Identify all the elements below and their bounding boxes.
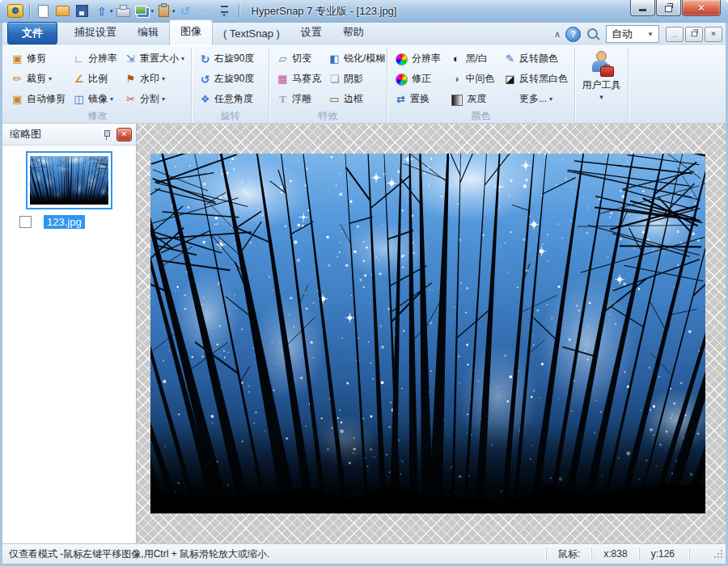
border-button[interactable]: ▭边框 (324, 89, 388, 109)
toolbar-separator (239, 4, 239, 18)
crop-icon: ▣ (11, 53, 24, 65)
send-dropdown-arrow[interactable]: ▾ (110, 8, 113, 15)
group-label-rotate: 旋转 (195, 109, 265, 123)
open-folder-icon[interactable] (53, 2, 72, 20)
invert-colors-icon: ✎ (503, 53, 517, 65)
rotate-any-angle-button[interactable]: ❖任意角度 (195, 89, 257, 109)
sharpen-blur-button[interactable]: ◧锐化/模糊 (324, 49, 388, 69)
invert-black-white-button[interactable]: ◪反转黑白色 (500, 69, 571, 89)
rotate-right-icon: ↻ (198, 53, 212, 65)
zoom-magnifier-icon[interactable] (587, 28, 598, 39)
thumbnail-panel-title: 缩略图 (10, 127, 41, 142)
thumbnail-svg (30, 156, 108, 205)
shear-icon: ▱ (276, 53, 290, 65)
tab-settings[interactable]: 设置 (290, 21, 332, 45)
resize-grip[interactable] (689, 548, 724, 560)
rotate-right-90-button[interactable]: ↻右旋90度 (195, 49, 257, 69)
ribbon-group-effects: ▱切变 ▦马赛克 T浮雕 ◧锐化/模糊 ❏阴影 ▭边框 特效 (269, 48, 387, 123)
close-button[interactable]: ✕ (682, 0, 721, 16)
tab-file[interactable]: 文件 (7, 22, 57, 44)
restore-button[interactable] (656, 0, 681, 16)
close-icon: ✕ (697, 2, 705, 14)
shadow-button[interactable]: ❏阴影 (324, 69, 388, 89)
color-correct-icon (396, 74, 408, 86)
invert-colors-button[interactable]: ✎反转颜色 (500, 49, 571, 69)
ribbon-group-modify: ▣修剪 ✏裁剪 ▣自动修剪 ∟分辨率 ∠比例 ◫镜像 ⇲重置大小 ⚑水印 ✂分割 (4, 48, 192, 123)
shear-button[interactable]: ▱切变 (273, 49, 324, 69)
tab-edit[interactable]: 编辑 (127, 21, 169, 45)
mouse-label: 鼠标: (546, 547, 591, 561)
thumbnail-item[interactable] (26, 151, 112, 209)
split-button[interactable]: ✂分割 (121, 89, 188, 109)
zoom-level-dropdown[interactable]: 自动▼ (606, 25, 659, 43)
photo-svg (150, 154, 705, 513)
tab-image[interactable]: 图像 (169, 19, 213, 45)
color-correct-button[interactable]: 修正 (391, 69, 444, 89)
midtone-button[interactable]: ◑中间色 (447, 69, 498, 89)
auto-trim-button[interactable]: ▣自动修剪 (7, 89, 69, 109)
paste-dropdown-arrow[interactable]: ▾ (172, 8, 176, 15)
more-colors-button[interactable]: 更多... (500, 89, 571, 109)
document-minimize-button[interactable]: _ (666, 27, 684, 42)
ruler-icon: ∟ (72, 53, 86, 65)
ribbon-tab-bar: 文件 捕捉设置 编辑 图像 ( TextSnap ) 设置 帮助 ∧ ? 自动▼… (2, 23, 726, 45)
title-bar: ⇧▾ ▾ ▾ ↺ ↻ ▾ HyperSnap 7 专业版 - [123.jpg]… (0, 0, 728, 23)
toolbar-separator (29, 4, 30, 18)
black-white-button[interactable]: ◐黑/白 (447, 49, 498, 69)
panel-close-button[interactable]: ✕ (116, 128, 132, 142)
color-replace-button[interactable]: ⇄置换 (391, 89, 444, 109)
rotate-left-icon: ↺ (198, 73, 212, 86)
scale-ruler-icon: ∠ (72, 73, 86, 86)
document-restore-button[interactable] (685, 27, 703, 42)
watermark-button[interactable]: ⚑水印 (121, 69, 188, 89)
hypersnap-app-icon[interactable] (6, 2, 24, 20)
resize-icon: ⇲ (124, 53, 138, 65)
tab-textsnap[interactable]: ( TextSnap ) (213, 23, 290, 45)
color-resolution-button[interactable]: 分辨率 (391, 49, 444, 69)
print-icon[interactable] (114, 2, 133, 20)
redo-icon: ↻ (196, 2, 214, 20)
grayscale-button[interactable]: 灰度 (447, 89, 498, 109)
mouse-y-value: y:126 (639, 547, 686, 561)
help-icon[interactable]: ? (565, 27, 581, 42)
paste-icon[interactable] (154, 2, 173, 20)
resolution-button[interactable]: ∟分辨率 (69, 49, 121, 69)
new-file-icon[interactable] (34, 2, 53, 20)
midtone-icon: ◑ (450, 73, 463, 86)
undo-icon[interactable]: ↺ (176, 2, 195, 20)
document-close-button[interactable]: ✕ (705, 27, 722, 42)
chevron-down-icon: ▼ (599, 94, 605, 101)
tab-capture-settings[interactable]: 捕捉设置 (64, 21, 127, 45)
minimize-button[interactable] (630, 0, 655, 16)
scale-button[interactable]: ∠比例 (69, 69, 121, 89)
ribbon: ▣修剪 ✏裁剪 ▣自动修剪 ∟分辨率 ∠比例 ◫镜像 ⇲重置大小 ⚑水印 ✂分割 (2, 45, 726, 124)
shadow-icon: ❏ (328, 73, 341, 86)
mosaic-button[interactable]: ▦马赛克 (273, 69, 324, 89)
cut-out-button[interactable]: ✏裁剪 (7, 69, 69, 89)
emboss-button[interactable]: T浮雕 (273, 89, 324, 109)
copy-dropdown-arrow[interactable]: ▾ (151, 8, 154, 15)
tab-help[interactable]: 帮助 (332, 21, 375, 45)
customize-toolbar-icon[interactable]: ▾ (215, 2, 234, 20)
copy-image-icon[interactable] (133, 2, 152, 20)
resize-button[interactable]: ⇲重置大小 (121, 49, 188, 69)
image-view[interactable] (150, 154, 705, 513)
rotate-left-90-button[interactable]: ↺左旋90度 (195, 69, 257, 89)
invert-bw-icon: ◪ (503, 73, 517, 86)
sharpen-icon: ◧ (328, 53, 341, 65)
thumbnail-checkbox[interactable] (19, 216, 32, 228)
trim-button[interactable]: ▣修剪 (7, 49, 69, 69)
black-white-icon: ◐ (450, 53, 463, 65)
mirror-button[interactable]: ◫镜像 (69, 89, 121, 109)
collapse-ribbon-icon[interactable]: ∧ (554, 29, 561, 40)
any-angle-icon: ❖ (198, 93, 212, 106)
thumbnail-filename[interactable]: 123.jpg (44, 215, 85, 229)
send-capture-icon[interactable]: ⇧ (92, 2, 111, 20)
ribbon-group-user-tools: 用户工具 ▼ (575, 48, 629, 123)
save-icon[interactable] (73, 2, 91, 20)
thumbnail-panel: 缩略图 ✕ 123.jpg (2, 124, 137, 543)
emboss-icon: T (276, 93, 290, 106)
pin-icon[interactable] (103, 129, 111, 140)
window-title: HyperSnap 7 专业版 - [123.jpg] (252, 4, 397, 19)
user-tools-button[interactable]: 用户工具 ▼ (578, 49, 624, 101)
